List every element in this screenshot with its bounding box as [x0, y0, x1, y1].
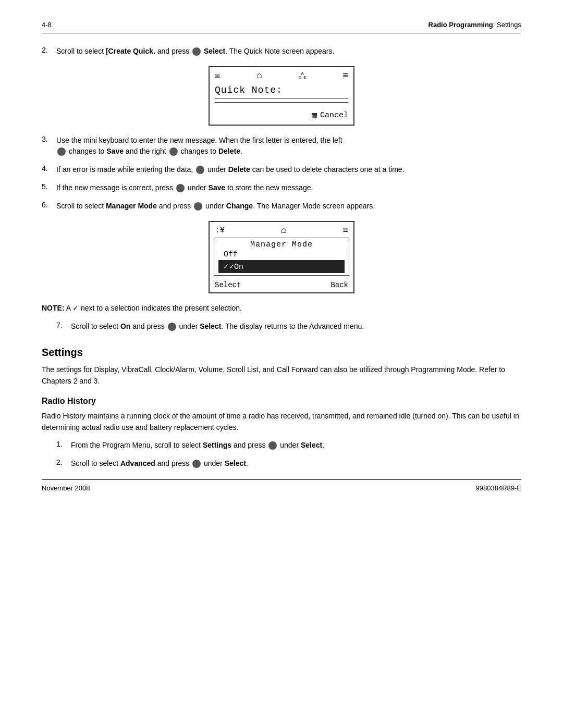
rh-step-2-text: Scroll to select Advanced and press unde… [71, 458, 521, 469]
rh-step-1: 1. From the Program Menu, scroll to sele… [56, 440, 521, 451]
step-5-text: If the new message is correct, press und… [56, 182, 521, 193]
mm-house-icon: ⌂ [281, 225, 287, 236]
select-button-icon [192, 47, 201, 56]
screen-top-bar: ✉ ⌂ AC B ≡ [210, 67, 353, 83]
rh-step-1-num: 1. [56, 440, 71, 448]
note-block: NOTE: A ✓ next to a selection indicates … [42, 303, 521, 314]
radio-history-body: Radio History maintains a running clock … [42, 410, 521, 434]
step-4: 4. If an error is made while entering th… [42, 164, 521, 175]
mm-title: Manager Mode [218, 240, 345, 249]
on-label: ✓On [229, 263, 243, 272]
step-2-text: Scroll to select [Create Quick. and pres… [56, 46, 521, 57]
step-4-num: 4. [42, 164, 56, 172]
step-3-text: Use the mini keyboard to enter the new m… [56, 135, 521, 157]
mm-item-off: Off [218, 249, 345, 260]
step-7-text: Scroll to select On and press under Sele… [71, 321, 521, 332]
step-6: 6. Scroll to select Manager Mode and pre… [42, 201, 521, 212]
screen-cancel-row: ▦ Cancel [210, 108, 353, 125]
save-action-btn [176, 184, 185, 192]
mm-menu-icon: ≡ [342, 225, 348, 236]
mm-top-bar: :¥ ⌂ ≡ [210, 222, 353, 238]
step-3: 3. Use the mini keyboard to enter the ne… [42, 135, 521, 157]
envelope-icon: ✉ [215, 70, 220, 81]
mm-select-label: Select [215, 281, 241, 289]
screen-line-1 [215, 98, 348, 99]
page: 4-8 Radio Programming: Settings 2. Scrol… [0, 0, 563, 508]
step-6-num: 6. [42, 201, 56, 209]
footer-doc-id: 9980384R89-E [476, 484, 521, 492]
step-5: 5. If the new message is correct, press … [42, 182, 521, 193]
rh-select-btn [268, 441, 277, 450]
delete-btn-icon [169, 147, 178, 156]
save-btn-icon [57, 147, 66, 156]
list-icon: ▦ [312, 110, 317, 120]
page-footer: November 2008 9980384R89-E [42, 479, 521, 492]
mm-radio-icon: :¥ [215, 226, 225, 235]
manager-mode-screen: :¥ ⌂ ≡ Manager Mode Off ✓✓On Select Back [209, 221, 354, 293]
step-4-text: If an error is made while entering the d… [56, 164, 521, 175]
rh-step-2: 2. Scroll to select Advanced and press u… [56, 458, 521, 469]
on-checkmark: ✓ [224, 263, 228, 272]
page-header: 4-8 Radio Programming: Settings [42, 21, 521, 33]
step-5-num: 5. [42, 182, 56, 191]
rh-step-1-text: From the Program Menu, scroll to select … [71, 440, 521, 451]
quick-note-screen: ✉ ⌂ AC B ≡ Quick Note: ▦ Cancel [209, 66, 354, 126]
manager-mode-screen-container: :¥ ⌂ ≡ Manager Mode Off ✓✓On Select Back [42, 221, 521, 293]
step-2: 2. Scroll to select [Create Quick. and p… [42, 46, 521, 57]
rh-advanced-btn [192, 460, 201, 468]
step-2-num: 2. [42, 46, 56, 54]
header-bold: Radio Programming [429, 21, 493, 29]
note-text: next to a selection indicates the presen… [81, 304, 242, 312]
step-7: 7. Scroll to select On and press under S… [56, 321, 521, 332]
rh-step-2-num: 2. [56, 458, 71, 466]
step-3-num: 3. [42, 135, 56, 143]
settings-body: The settings for Display, VibraCall, Clo… [42, 364, 521, 387]
quick-note-title: Quick Note: [210, 83, 353, 98]
house-icon: ⌂ [256, 70, 262, 81]
delete-action-btn [196, 166, 204, 174]
step7-btn-icon [168, 323, 176, 331]
note-bold: NOTE: [42, 304, 65, 312]
screen-line-2 [215, 102, 348, 103]
cancel-label: Cancel [320, 111, 348, 120]
ab-icon: AC B [299, 72, 306, 80]
page-number: 4-8 [42, 21, 52, 29]
footer-date: November 2008 [42, 484, 90, 492]
mm-back-label: Back [331, 281, 348, 289]
radio-history-heading: Radio History [42, 397, 521, 406]
step-7-num: 7. [56, 321, 71, 329]
quick-note-screen-container: ✉ ⌂ AC B ≡ Quick Note: ▦ Cancel [42, 66, 521, 126]
mm-item-on: ✓✓On [218, 260, 345, 273]
note-checkmark: ✓ [72, 304, 79, 312]
step-6-text: Scroll to select Manager Mode and press … [56, 201, 521, 212]
settings-heading: Settings [42, 347, 521, 359]
mm-bottom-bar: Select Back [210, 278, 353, 292]
change-btn-icon [194, 202, 202, 211]
page-title: Radio Programming: Settings [429, 21, 521, 29]
menu-icon: ≡ [342, 70, 348, 81]
